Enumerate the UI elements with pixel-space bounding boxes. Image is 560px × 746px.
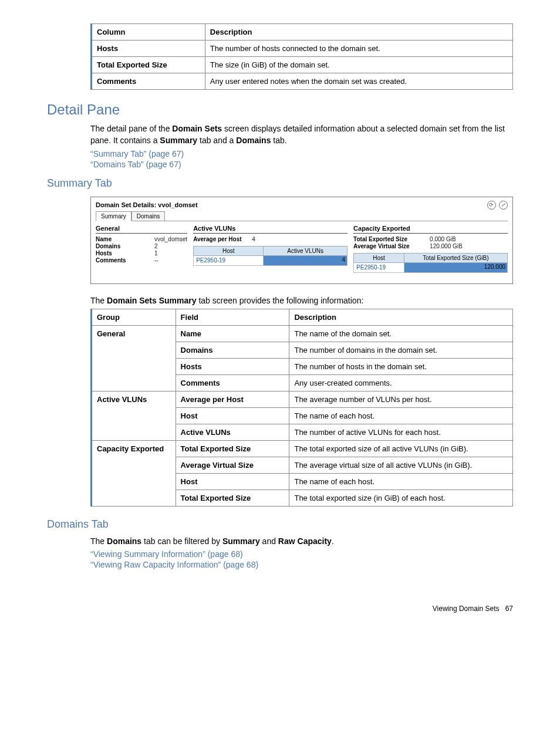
host-link[interactable]: PE2950-19 [354,262,404,272]
cell-field: Name [176,325,289,342]
table-row: CommentsAny user entered notes when the … [92,73,513,90]
tab-domains[interactable]: Domains [131,211,165,221]
expand-icon[interactable]: ⤢ [499,201,508,210]
kv-row: Namevvol_domset [96,236,187,242]
th-host: Host [354,253,404,262]
active-vluns-table: Host Active VLUNs PE2950-19 4 [193,246,348,266]
cell-column: Hosts [92,40,205,57]
avg-per-host-label: Average per Host [193,236,252,242]
th-tes: Total Exported Size (GiB) [404,253,507,262]
screenshot-title: Domain Set Details: vvol_domset [96,201,198,208]
screenshot-tabs: SummaryDomains [96,211,508,221]
page-footer: Viewing Domain Sets 67 [47,605,513,613]
summary-intro-paragraph: The Domain Sets Summary tab screen provi… [90,295,513,306]
screenshot-corner-icons: ⟳ ⤢ [486,201,508,210]
th-host: Host [194,246,264,255]
heading-domains-tab: Domains Tab [47,518,513,531]
cell-field: Average per Host [176,391,289,407]
th-description: Description [289,309,513,325]
table-row: PE2950-19 4 [194,255,348,265]
table-row: GeneralNameThe name of the domain set. [92,325,513,342]
cell-column: Comments [92,73,205,90]
cell-description: The number of hosts in the domain set. [289,358,513,374]
active-vluns-header: Active VLUNs [193,225,348,234]
cell-field: Hosts [176,358,289,374]
link-viewing-raw-capacity[interactable]: “Viewing Raw Capacity Information” (page… [90,560,258,569]
cell-field: Domains [176,342,289,358]
general-header: General [96,225,187,234]
capacity-table: Host Total Exported Size (GiB) PE2950-19… [353,253,508,273]
cell-field: Host [176,407,289,424]
kv-row: Domains2 [96,243,187,249]
tab-summary[interactable]: Summary [96,211,131,221]
capacity-header: Capacity Exported [353,225,508,234]
table-row: Capacity ExportedTotal Exported SizeThe … [92,440,513,457]
cell-description: The total exported size of all active VL… [289,440,513,457]
cell-description: The name of each host. [289,473,513,490]
kv-row: Comments-- [96,257,187,264]
cell-description: The number of active VLUNs for each host… [289,424,513,440]
cell-description: The average number of VLUNs per host. [289,391,513,407]
heading-summary-tab: Summary Tab [47,177,513,190]
cell-description: The name of the domain set. [289,325,513,342]
link-domains-tab[interactable]: “Domains Tab” (page 67) [90,160,181,169]
cell-field: Average Virtual Size [176,457,289,473]
th-group: Group [92,309,176,325]
cell-field: Total Exported Size [176,440,289,457]
cell-description: The number of domains in the domain set. [289,342,513,358]
cell-field: Host [176,473,289,490]
link-summary-tab[interactable]: “Summary Tab” (page 67) [90,149,184,158]
cell-group: Active VLUNs [92,391,176,440]
th-column: Column [92,24,205,40]
cell-description: The average virtual size of all active V… [289,457,513,473]
cell-description: Any user-created comments. [289,374,513,391]
cell-field: Comments [176,374,289,391]
avg-per-host-value: 4 [252,236,255,242]
cell-column: Total Exported Size [92,57,205,73]
cell-field: Active VLUNs [176,424,289,440]
kv-row: Average Virtual Size120.000 GiB [353,243,508,249]
th-field: Field [176,309,289,325]
vluns-bar-cell: 4 [264,255,348,265]
table-row: Total Exported SizeThe size (in GiB) of … [92,57,513,73]
heading-detail-pane: Detail Pane [47,102,513,118]
cell-description: The size (in GiB) of the domain set. [205,57,512,73]
table-row: Active VLUNsAverage per HostThe average … [92,391,513,407]
cell-description: Any user entered notes when the domain s… [205,73,512,90]
summary-screenshot-panel: Domain Set Details: vvol_domset ⟳ ⤢ Summ… [90,197,513,284]
refresh-icon[interactable]: ⟳ [487,201,496,210]
detail-pane-paragraph: The detail pane of the Domain Sets scree… [90,123,513,147]
tes-bar-cell: 120.000 [404,262,507,272]
cell-field: Total Exported Size [176,490,289,506]
th-active-vluns: Active VLUNs [264,246,348,255]
domains-tab-paragraph: The Domains tab can be filtered by Summa… [90,535,513,547]
cell-group: General [92,325,176,391]
cell-description: The number of hosts connected to the dom… [205,40,512,57]
kv-row: Total Exported Size0.000 GiB [353,236,508,242]
table-row: HostsThe number of hosts connected to th… [92,40,513,57]
cell-description: The name of each host. [289,407,513,424]
table-row: PE2950-19 120.000 [354,262,508,272]
summary-fields-table: Group Field Description GeneralNameThe n… [90,309,513,507]
cell-group: Capacity Exported [92,440,176,506]
kv-row: Hosts1 [96,250,187,256]
cell-description: The total exported size (in GiB) of each… [289,490,513,506]
host-link[interactable]: PE2950-19 [194,255,264,265]
th-description: Description [205,24,512,40]
column-desc-table: Column Description HostsThe number of ho… [90,23,513,90]
link-viewing-summary[interactable]: “Viewing Summary Information” (page 68) [90,549,243,559]
